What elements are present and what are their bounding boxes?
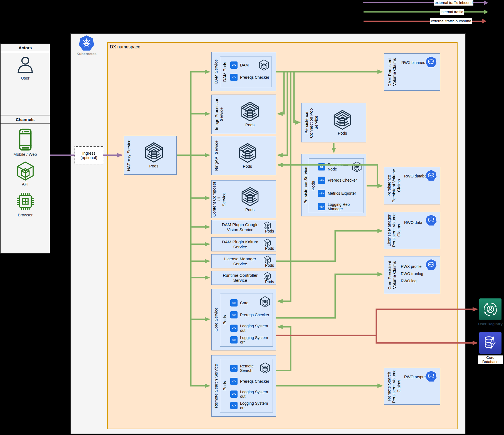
core-pods-box: Pods Core Prereqs Checker Logging System… <box>220 293 273 347</box>
license-manager-pvc-label: License Manager Persistent Volume Claims <box>385 212 403 249</box>
persistent-volume-icon <box>425 370 437 382</box>
image-processor-service-label: Image Processor Service <box>212 95 226 134</box>
ringapi-service-box: RingAPI Service Pods <box>211 136 276 175</box>
haproxy-service-label: HAProxy Service <box>125 136 133 174</box>
persistence-pods-box: Pods Persistence Node Prereqs Checker Me… <box>309 158 364 213</box>
code-icon <box>230 74 238 81</box>
pods-label: Pods <box>221 359 229 412</box>
pods-icon <box>238 143 258 163</box>
dam-item: DAM <box>240 63 249 67</box>
code-icon <box>230 390 238 398</box>
code-icon <box>230 299 238 307</box>
prereqs-checker-item: Prereqs Checker <box>328 178 357 182</box>
dam-pvc-box: DAM Persistent Volume Claims RWX binarie… <box>384 53 440 91</box>
logging-system-err-item: Logging System err <box>240 401 273 410</box>
api-label: API <box>22 182 28 186</box>
pod-cube-icon <box>259 296 271 308</box>
pod-cube-icon <box>258 59 270 71</box>
user-registry-icon <box>481 300 500 318</box>
pod-cube-icon <box>351 161 362 172</box>
pods-label: Pods <box>243 164 252 169</box>
pod-cube-icon <box>263 239 271 247</box>
pods-label: Pods <box>265 246 274 251</box>
code-icon <box>318 177 325 184</box>
code-icon <box>230 365 238 372</box>
logging-system-out-item: Logging System out <box>240 390 273 399</box>
legend-label-outbound: external traffic outbound <box>430 18 472 24</box>
legend-arrow-internal-icon <box>484 9 488 14</box>
legend-row-outbound: external traffic outbound <box>364 18 486 24</box>
pod-cube-icon <box>263 221 271 230</box>
ingress-box: Ingress (optional) <box>75 146 103 164</box>
dam-service-label: DAM Service <box>212 52 220 91</box>
pods-label: Pods <box>221 293 229 346</box>
persistence-pvc-label: Persistence Persistent Volume Claims <box>385 167 403 204</box>
pod-cube-icon <box>259 362 271 374</box>
persistent-volume-icon <box>425 214 437 226</box>
pods-label: Pods <box>245 207 255 212</box>
kubernetes-label: Kubernetes <box>75 52 98 56</box>
haproxy-service-box: HAProxy Service Pods <box>124 136 177 175</box>
metrics-exporter-item: Metrics Exporter <box>328 191 356 196</box>
content-composer-ui-service-box: Content Composer UI Service Pods <box>211 180 276 218</box>
core-pvc-box: Core Persistent Volume Claims RWX profil… <box>384 256 440 294</box>
kubernetes-icon <box>78 35 95 51</box>
persistence-pvc-box: Persistence Persistent Volume Claims RWO… <box>384 167 440 204</box>
pods-label: Pods <box>310 159 317 213</box>
actors-channels-panel: Actors User Channels Mobile / Web API Br… <box>0 43 50 254</box>
persistence-connection-pool-service-box: Persistence Connection Pool Service Pods <box>301 103 366 142</box>
pods-label: Pods <box>265 280 274 284</box>
dam-plugin-google-vision-service-box: DAM Plugin Google Vision Service Pods <box>211 220 276 234</box>
pods-icon <box>144 142 164 163</box>
legend-label-internal: internal traffic <box>440 9 464 15</box>
persistence-service-label: Persistence Service <box>302 154 309 216</box>
pod-cube-icon <box>263 272 271 280</box>
image-processor-service-box: Image Processor Service Pods <box>211 95 276 134</box>
persistent-volume-icon <box>425 259 437 271</box>
runtime-controller-service-label: Runtime Controller Service <box>220 271 260 285</box>
dam-plugin-kaltura-service-box: DAM Plugin Kaltura Service Pods <box>211 237 276 251</box>
core-item: Core <box>240 301 248 305</box>
persistent-volume-icon <box>425 169 437 182</box>
license-manager-service-box: License Manager Service Pods <box>211 254 276 268</box>
code-icon <box>230 325 238 332</box>
logging-system-err-item: Logging System err <box>240 335 273 344</box>
remote-search-pvc-label: Remote Search Persistent Volume Claims <box>385 368 403 404</box>
dam-plugin-kaltura-label: DAM Plugin Kaltura Service <box>220 238 260 251</box>
kubernetes-logo-wrap: Kubernetes <box>75 35 98 56</box>
legend-row-internal: internal traffic <box>364 9 488 15</box>
core-database-icon <box>481 334 499 352</box>
browser-icon <box>15 191 36 212</box>
core-service-box: Core Service Pods Core Prereqs Checker L… <box>211 289 276 350</box>
dx-namespace-title: DX namespace <box>110 45 140 50</box>
logging-rep-manager-item: Logging Rep Manager <box>328 202 364 211</box>
pvc-entry: RWO log <box>401 279 423 283</box>
user-registry: User Registry <box>478 298 503 326</box>
pods-label: Pods <box>338 131 347 135</box>
persistent-volume-icon <box>425 56 437 68</box>
core-service-label: Core Service <box>212 289 220 350</box>
legend-arrow-outbound-icon <box>482 19 486 24</box>
runtime-controller-service-box: Runtime Controller Service Pods <box>211 271 276 285</box>
mobile-web-icon <box>14 128 37 151</box>
legend-arrow-inbound-icon <box>484 0 488 5</box>
actors-header: Actors <box>1 44 50 52</box>
pvc-entry: RWX binaries <box>401 60 425 65</box>
prereqs-checker-item: Prereqs Checker <box>240 313 269 317</box>
pods-label: Pods <box>245 123 255 127</box>
channels-header: Channels <box>1 115 50 124</box>
code-icon <box>230 336 238 343</box>
code-icon <box>318 203 325 210</box>
browser-label: Browser <box>18 213 33 217</box>
mobile-web-label: Mobile / Web <box>13 152 37 157</box>
pods-icon <box>240 102 260 122</box>
user-label: User <box>21 76 29 80</box>
dam-pods-label: DAM Pods <box>221 56 229 87</box>
pvc-entry: RWO data <box>404 220 422 225</box>
api-icon <box>15 161 35 181</box>
persistence-node-item: Persistence Node <box>328 162 348 171</box>
pods-icon <box>332 110 352 130</box>
ringapi-service-label: RingAPI Service <box>212 136 221 175</box>
prereqs-checker-item: Prereqs Checker <box>240 75 269 80</box>
code-icon <box>230 311 238 318</box>
